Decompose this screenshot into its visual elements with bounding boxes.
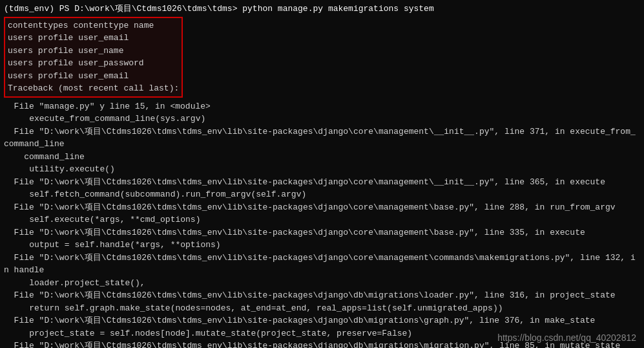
trace-line-6: self.fetch_command(subcommand).run_from_… <box>4 188 640 201</box>
trace-line-5: File "D:\work\项目\Ctdms1026\tdms\tdms_env… <box>4 176 640 189</box>
traceback-header: Traceback (most recent call last): <box>8 82 179 95</box>
trace-line-3: command_line <box>4 151 640 164</box>
trace-line-14: return self.graph.make_state(nodes=nodes… <box>4 302 640 315</box>
trace-line-15: File "D:\work\项目\Ctdms1026\tdms\tdms_env… <box>4 314 640 327</box>
traceback-content: File "manage.py" y line 15, in <module> … <box>4 100 640 349</box>
trace-line-7: File "D:\work\项目\Ctdms1026\tdms\tdms_env… <box>4 201 640 214</box>
trace-line-12: loader.project_state(), <box>4 277 640 290</box>
trace-line-4: utility.execute() <box>4 163 640 176</box>
trace-line-11: File "D:\work\项目\Ctdms1026\tdms\tdms_env… <box>4 252 640 277</box>
highlight-line-5: users profile user_email <box>8 70 179 83</box>
watermark-text: https://blog.csdn.net/qq_40202812 <box>497 332 636 343</box>
highlight-line-2: users profile user_email <box>8 32 179 45</box>
trace-line-9: File "D:\work\项目\Ctdms1026\tdms\tdms_env… <box>4 226 640 239</box>
highlight-line-1: contenttypes contenttype name <box>8 19 179 32</box>
trace-line-10: output = self.handle(*args, **options) <box>4 239 640 252</box>
trace-line-8: self.execute(*args, **cmd_options) <box>4 213 640 226</box>
trace-line-2: File "D:\work\项目\Ctdms1026\tdms\tdms_env… <box>4 125 640 151</box>
trace-line-13: File "D:\work\项目\Ctdms1026\tdms\tdms_env… <box>4 289 640 302</box>
trace-line-0: File "manage.py" y line 15, in <module> <box>4 100 640 113</box>
highlight-line-3: users profile user_name <box>8 45 179 58</box>
highlighted-error-block: contenttypes contenttype name users prof… <box>4 17 183 98</box>
command-prompt-line: (tdms_env) PS D:\work\项目\Ctdms1026\tdms\… <box>4 3 640 16</box>
highlight-line-4: users profile user_password <box>8 57 179 70</box>
terminal-window: (tdms_env) PS D:\work\项目\Ctdms1026\tdms\… <box>0 0 644 348</box>
trace-line-1: execute_from_command_line(sys.argv) <box>4 113 640 125</box>
